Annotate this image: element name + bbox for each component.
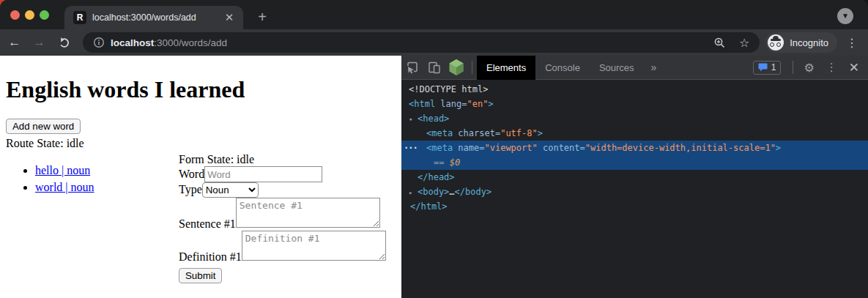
tab-title: localhost:3000/words/add — [92, 12, 218, 23]
page-info-icon[interactable] — [93, 37, 105, 48]
bookmark-star-icon[interactable]: ☆ — [739, 36, 749, 50]
definition-label: Definition #1 — [179, 250, 242, 263]
tab-strip: R localhost:3000/words/add ✕ + ▼ — [0, 0, 868, 29]
add-new-word-button[interactable]: Add new word — [6, 119, 81, 134]
devtools-close-icon[interactable]: ✕ — [843, 60, 868, 75]
window-close-button[interactable] — [10, 10, 20, 20]
submit-button[interactable]: Submit — [179, 268, 222, 283]
selected-node-dots-icon[interactable]: ··· — [404, 141, 418, 155]
browser-tab[interactable]: R localhost:3000/words/add ✕ — [64, 6, 243, 29]
content-area: English words I learned Add new word Rou… — [0, 56, 868, 298]
address-bar[interactable]: localhost:3000/words/add ☆ — [83, 32, 760, 53]
tab-console[interactable]: Console — [535, 56, 590, 80]
devtools-code-line[interactable]: ▾<head> — [401, 111, 868, 126]
tab-elements[interactable]: Elements — [477, 56, 535, 80]
devtools-elements-tree: <!DOCTYPE html><html lang="en">▾<head><m… — [401, 80, 868, 214]
nodejs-icon[interactable] — [445, 58, 467, 77]
back-button[interactable]: ← — [4, 35, 25, 50]
remix-favicon-icon: R — [73, 11, 86, 24]
incognito-badge: Incognito — [765, 32, 837, 53]
inspect-element-icon[interactable] — [401, 58, 423, 77]
issues-bubble-icon — [758, 63, 768, 72]
window-minimize-button[interactable] — [25, 10, 34, 20]
browser-window: R localhost:3000/words/add ✕ + ▼ ← → — [0, 0, 868, 298]
definition-textarea[interactable] — [242, 231, 386, 261]
devtools-settings-gear-icon[interactable]: ⚙ — [798, 61, 820, 75]
expand-arrow-open-icon[interactable]: ▾ — [409, 112, 418, 127]
reload-icon — [58, 37, 70, 49]
browser-toolbar: ← → localhost:3000/words/add — [0, 29, 868, 56]
word-label: Word — [179, 168, 204, 180]
screen: R localhost:3000/words/add ✕ + ▼ ← → — [0, 0, 868, 298]
forward-button[interactable]: → — [29, 35, 50, 50]
incognito-label: Incognito — [790, 37, 828, 48]
devtools-code-line[interactable]: <meta charset="utf-8"> — [401, 126, 868, 141]
devtools-panel: Elements Console Sources » 1 ⚙ ⋮ — [401, 56, 868, 298]
device-toolbar-icon[interactable] — [423, 58, 445, 77]
add-word-form: Form State: idle Word TypeNoun Sentence … — [179, 152, 398, 283]
devtools-code-line[interactable]: </html> — [401, 199, 868, 214]
word-link[interactable]: world | noun — [35, 181, 94, 193]
devtools-menu-icon[interactable]: ⋮ — [820, 61, 843, 74]
new-tab-button[interactable]: + — [252, 7, 272, 28]
browser-menu-icon[interactable]: ⋮ — [846, 36, 858, 50]
route-state-text: Route State: idle — [6, 137, 396, 150]
devtools-code-line[interactable]: == $0 — [401, 155, 868, 170]
type-select[interactable]: Noun — [202, 182, 259, 198]
web-page: English words I learned Add new word Rou… — [0, 56, 401, 298]
url-text: localhost:3000/words/add — [111, 37, 227, 48]
devtools-code-line[interactable]: </head> — [401, 170, 868, 185]
devtools-code-line[interactable]: ···<meta name="viewport" content="width=… — [401, 141, 868, 155]
devtools-code-line[interactable]: <!DOCTYPE html> — [401, 82, 868, 97]
word-link[interactable]: hello | noun — [35, 164, 90, 176]
zoom-level-icon[interactable] — [713, 37, 726, 49]
devtools-code-line[interactable]: <html lang="en"> — [401, 97, 868, 111]
incognito-icon — [768, 34, 784, 51]
page-title: English words I learned — [6, 76, 396, 103]
devtools-code-line[interactable]: ▸<body>…</body> — [401, 185, 868, 199]
tab-sources[interactable]: Sources — [590, 56, 644, 80]
tab-search-chevron-icon[interactable]: ▼ — [837, 8, 853, 24]
reload-button[interactable] — [53, 37, 74, 49]
devtools-toolbar: Elements Console Sources » 1 ⚙ ⋮ — [401, 56, 868, 80]
type-label: Type — [179, 183, 202, 195]
sentence-textarea[interactable] — [236, 198, 380, 228]
issues-count: 1 — [771, 62, 776, 72]
word-input[interactable] — [204, 166, 322, 182]
expand-arrow-closed-icon[interactable]: ▸ — [409, 185, 418, 200]
more-tabs-icon[interactable]: » — [644, 62, 664, 73]
form-state-text: Form State: idle — [179, 152, 398, 166]
issues-counter[interactable]: 1 — [753, 61, 782, 75]
window-zoom-button[interactable] — [40, 10, 49, 20]
sentence-label: Sentence #1 — [179, 217, 236, 230]
tab-close-icon[interactable]: ✕ — [223, 11, 236, 24]
